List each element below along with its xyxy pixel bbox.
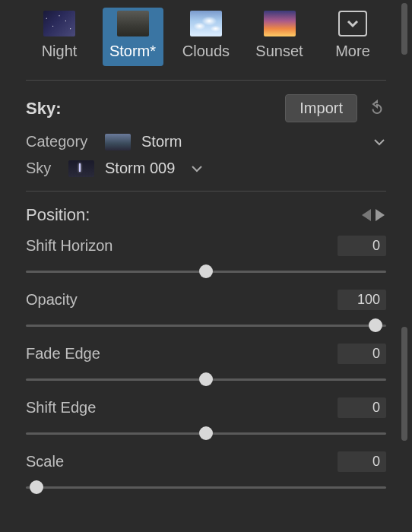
svg-marker-1 (376, 209, 385, 221)
slider-track[interactable] (26, 372, 386, 387)
sky-section-head: Sky: Import (26, 94, 386, 122)
preset-label: Sunset (255, 43, 303, 60)
slider-shift-edge: Shift Edge 0 (26, 397, 386, 441)
preset-label: Clouds (182, 43, 230, 60)
slider-track[interactable] (26, 318, 386, 333)
scroll-thumb[interactable] (401, 327, 407, 441)
slider-label: Fade Edge (26, 345, 100, 363)
slider-track[interactable] (26, 480, 386, 495)
reset-icon[interactable] (368, 100, 386, 118)
slider-track[interactable] (26, 264, 386, 279)
sky-row[interactable]: Sky Storm 009 (26, 160, 386, 177)
sky-label: Sky (26, 160, 58, 177)
chevron-down-icon[interactable] (190, 162, 204, 176)
sky-value: Storm 009 (105, 160, 175, 177)
slider-shift-horizon: Shift Horizon 0 (26, 236, 386, 279)
divider (26, 191, 386, 192)
preset-storm[interactable]: Storm* (103, 8, 163, 66)
preset-label: Storm* (109, 43, 156, 60)
storm-thumb-icon (117, 11, 149, 36)
sky-thumb-icon (68, 160, 94, 177)
position-head: Position: (26, 205, 386, 225)
slider-value-input[interactable]: 0 (338, 397, 386, 418)
category-value: Storm (141, 133, 182, 150)
preset-clouds[interactable]: Clouds (176, 8, 236, 66)
slider-knob[interactable] (199, 264, 213, 278)
preset-sunset[interactable]: Sunset (249, 8, 310, 66)
slider-opacity: Opacity 100 (26, 290, 386, 333)
slider-knob[interactable] (199, 426, 213, 440)
clouds-thumb-icon (190, 11, 222, 36)
slider-label: Scale (26, 453, 64, 470)
slider-knob[interactable] (30, 480, 43, 494)
preset-more[interactable]: More (322, 8, 383, 66)
preset-label: More (335, 43, 370, 60)
slider-label: Opacity (26, 291, 78, 309)
slider-scale: Scale 0 (26, 451, 386, 495)
slider-label: Shift Horizon (26, 237, 113, 255)
slider-knob[interactable] (199, 372, 213, 386)
chevron-down-icon[interactable] (372, 135, 386, 149)
slider-value-input[interactable]: 0 (338, 236, 386, 256)
scrollbar[interactable] (400, 0, 409, 532)
sky-title: Sky: (26, 99, 61, 119)
slider-track[interactable] (26, 426, 386, 441)
slider-fade-edge: Fade Edge 0 (26, 344, 386, 387)
category-row[interactable]: Category Storm (26, 133, 386, 150)
position-title: Position: (26, 205, 90, 225)
svg-marker-0 (362, 209, 371, 221)
chevron-down-box-icon (338, 11, 367, 36)
slider-value-input[interactable]: 100 (338, 290, 386, 310)
preset-night[interactable]: Night (29, 8, 90, 66)
scroll-thumb[interactable] (401, 3, 407, 55)
divider (26, 80, 386, 81)
category-thumb-icon (105, 134, 131, 150)
flip-horizontal-icon[interactable] (360, 207, 386, 223)
import-button[interactable]: Import (285, 94, 357, 122)
preset-label: Night (42, 43, 78, 60)
slider-value-input[interactable]: 0 (338, 451, 386, 472)
category-label: Category (26, 133, 94, 150)
sunset-thumb-icon (264, 11, 296, 36)
slider-value-input[interactable]: 0 (338, 344, 386, 364)
slider-knob[interactable] (369, 318, 382, 332)
slider-label: Shift Edge (26, 399, 96, 416)
preset-row: Night Storm* Clouds Sunset More (26, 8, 386, 66)
night-thumb-icon (43, 11, 75, 36)
